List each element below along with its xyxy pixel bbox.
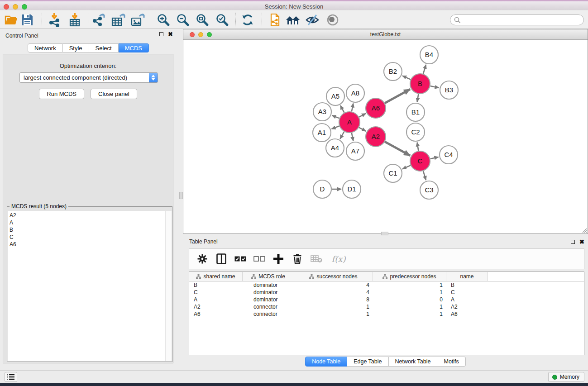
table-row[interactable]: Adominator80A: [189, 296, 584, 303]
graph-edge-A6-B[interactable]: [385, 89, 410, 103]
delete-column-trash-icon[interactable]: [292, 253, 303, 265]
show-hidden-eye-icon[interactable]: [325, 12, 340, 28]
graph-node-B3[interactable]: B3: [440, 81, 458, 99]
export-image-icon[interactable]: [130, 12, 145, 28]
graph-node-B2[interactable]: B2: [384, 62, 402, 81]
graph-edge-A-A7[interactable]: [352, 133, 354, 141]
graph-edge-B-B3[interactable]: [430, 86, 439, 88]
graph-edge-C-C4[interactable]: [430, 157, 439, 159]
table-settings-gear-icon[interactable]: [196, 253, 208, 265]
graph-edge-A-A3[interactable]: [332, 115, 339, 118]
tab-style[interactable]: Style: [63, 43, 89, 52]
graph-edge-C-C3[interactable]: [423, 171, 426, 180]
memory-button[interactable]: Memory: [548, 372, 584, 382]
graph-edge-B-B4[interactable]: [423, 65, 426, 74]
graph-node-C2[interactable]: C2: [406, 123, 425, 141]
tab-network[interactable]: Network: [28, 43, 63, 52]
task-history-button[interactable]: [5, 372, 17, 382]
graph-node-A8[interactable]: A8: [346, 84, 364, 102]
graph-node-A4[interactable]: A4: [326, 139, 344, 157]
save-session-icon[interactable]: [19, 12, 35, 28]
tab-select[interactable]: Select: [89, 43, 119, 52]
network-canvas[interactable]: AA1A2A3A4A5A6A7A8BB1B2B3B4CC1C2C3C4DD1: [183, 40, 588, 234]
table-row[interactable]: Bdominator41B: [189, 281, 584, 289]
graph-edge-C-C1[interactable]: [402, 165, 411, 169]
graph-edge-A-A8[interactable]: [352, 104, 354, 112]
mcds-result-list[interactable]: A2ABCA6: [8, 211, 165, 361]
add-column-icon[interactable]: [272, 253, 284, 265]
mcds-result-item[interactable]: C: [10, 234, 165, 241]
column-header-shared-name[interactable]: shared name: [189, 272, 243, 281]
mcds-result-item[interactable]: A6: [10, 241, 165, 248]
unselect-all-columns-icon[interactable]: [253, 253, 265, 265]
export-network-icon[interactable]: [91, 12, 106, 28]
graph-edge-A-A6[interactable]: [359, 114, 366, 117]
search-field[interactable]: [450, 14, 584, 25]
graph-edge-A2-C[interactable]: [385, 142, 410, 156]
tab-mcds[interactable]: MCDS: [119, 43, 149, 52]
result-list-scrollbar[interactable]: [165, 211, 172, 361]
home-icon[interactable]: [285, 12, 301, 28]
mcds-result-item[interactable]: A: [10, 219, 165, 226]
graph-edge-A-A2[interactable]: [359, 128, 366, 131]
graph-edge-A-A4[interactable]: [340, 132, 344, 139]
import-table-icon[interactable]: [67, 12, 82, 28]
graph-node-B[interactable]: B: [410, 74, 430, 94]
split-handle-horizontal[interactable]: [381, 232, 388, 235]
table-row[interactable]: Cdominator41C: [189, 289, 584, 296]
graph-node-C4[interactable]: C4: [440, 146, 458, 164]
graph-edge-C-C2[interactable]: [417, 143, 419, 151]
table-row[interactable]: A6connector11A6: [189, 310, 584, 318]
graph-node-A2[interactable]: A2: [366, 127, 386, 147]
graph-node-A3[interactable]: A3: [313, 103, 331, 121]
graph-node-C[interactable]: C: [410, 151, 430, 171]
split-handle-vertical[interactable]: [179, 192, 183, 199]
graph-edge-A-A1[interactable]: [332, 126, 339, 129]
table-row[interactable]: A2connector11A2: [189, 303, 584, 310]
refresh-icon[interactable]: [240, 12, 255, 28]
tab-edge-table[interactable]: Edge Table: [347, 357, 388, 367]
resize-grip-icon[interactable]: [581, 227, 587, 233]
graph-node-C3[interactable]: C3: [420, 181, 438, 199]
tab-network-table[interactable]: Network Table: [389, 357, 438, 367]
import-network-icon[interactable]: [47, 12, 62, 28]
delete-table-icon[interactable]: [311, 253, 322, 265]
graph-node-C1[interactable]: C1: [384, 164, 402, 182]
hide-selected-eye-icon[interactable]: [305, 12, 320, 28]
float-table-panel-icon[interactable]: [571, 240, 575, 244]
tab-motifs[interactable]: Motifs: [437, 357, 465, 367]
graph-node-A1[interactable]: A1: [313, 124, 331, 142]
close-panel-icon[interactable]: ✖: [168, 32, 173, 37]
node-table[interactable]: shared name MCDS role successor nodes pr…: [189, 272, 584, 355]
function-builder-icon[interactable]: f(x): [330, 253, 348, 265]
column-header-successor-nodes[interactable]: successor nodes: [294, 272, 373, 281]
graph-node-D[interactable]: D: [313, 180, 331, 198]
graph-node-A6[interactable]: A6: [366, 98, 386, 118]
run-mcds-button[interactable]: Run MCDS: [39, 89, 84, 99]
float-panel-icon[interactable]: [159, 32, 163, 36]
graph-node-B4[interactable]: B4: [420, 46, 438, 64]
mcds-result-item[interactable]: B: [10, 226, 165, 234]
zoom-in-icon[interactable]: [156, 12, 171, 28]
graph-edge-B-B2[interactable]: [402, 76, 411, 79]
column-header-mcds-role[interactable]: MCDS role: [243, 272, 294, 281]
graph-node-A7[interactable]: A7: [346, 142, 364, 160]
tab-node-table[interactable]: Node Table: [305, 357, 347, 367]
open-session-icon[interactable]: [4, 12, 19, 28]
zoom-out-icon[interactable]: [175, 12, 191, 28]
select-all-columns-icon[interactable]: [234, 253, 246, 265]
mcds-result-item[interactable]: A2: [10, 212, 165, 219]
graph-edge-B-B1[interactable]: [417, 94, 419, 102]
zoom-fit-icon[interactable]: [195, 12, 210, 28]
graph-node-A[interactable]: A: [339, 112, 360, 133]
zoom-selected-icon[interactable]: [215, 12, 230, 28]
graph-node-B1[interactable]: B1: [406, 103, 425, 121]
close-panel-button[interactable]: Close panel: [91, 89, 137, 99]
graph-node-D1[interactable]: D1: [343, 180, 361, 198]
close-table-panel-icon[interactable]: ✖: [579, 239, 584, 244]
column-header-name[interactable]: name: [446, 272, 488, 281]
graph-node-A5[interactable]: A5: [326, 87, 344, 105]
split-view-icon[interactable]: [215, 253, 227, 265]
graph-edge-A-A5[interactable]: [340, 105, 344, 113]
criterion-dropdown[interactable]: largest connected component (directed): [19, 72, 158, 83]
